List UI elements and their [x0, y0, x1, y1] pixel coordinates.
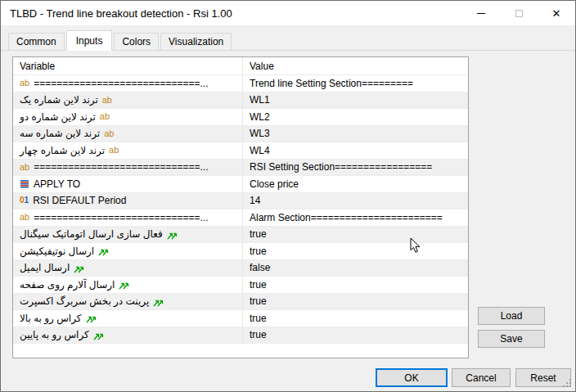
table-row[interactable]: APPLY TOClose price — [13, 176, 468, 193]
bool-arrows-icon — [74, 263, 85, 273]
variable-label: ترند لاین شماره دو — [20, 111, 96, 123]
maximize-button[interactable] — [500, 1, 538, 25]
table-row[interactable]: ترند لاین شماره یکabWL1 — [13, 92, 468, 110]
table-row[interactable]: ارسال نوتیفیکیشنtrue — [13, 243, 468, 260]
load-button[interactable]: Load — [478, 307, 545, 325]
value-cell[interactable]: true — [243, 243, 468, 259]
dialog-window: TLBD - Trend line breakout detection - R… — [0, 0, 576, 392]
ab-string-icon: ab — [100, 112, 110, 121]
save-button[interactable]: Save — [478, 330, 545, 348]
variable-label: فعال سازی ارسال اتوماتیک سیگنال — [20, 228, 163, 240]
minimize-button[interactable] — [462, 1, 500, 25]
variable-label: ترند لاین شماره یک — [20, 94, 98, 106]
value-cell[interactable]: true — [243, 277, 468, 293]
value-cell[interactable]: WL3 — [243, 126, 468, 142]
bool-arrows-icon — [93, 330, 105, 340]
variable-cell: پرینت در بخش سربرگ اکسپرت — [13, 294, 243, 310]
variable-cell: ab=============================... — [13, 75, 243, 92]
variable-cell: ارسال ایمیل — [13, 260, 243, 277]
close-button[interactable]: ✕ — [538, 1, 575, 25]
value-cell[interactable]: WL2 — [243, 109, 468, 125]
table-row[interactable]: ارسال ایمیلfalse — [13, 260, 468, 277]
table-row[interactable]: پرینت در بخش سربرگ اکسپرتtrue — [13, 294, 468, 311]
variable-label: ترند لاین شماره چهار — [20, 145, 105, 156]
variable-cell: ترند لاین شماره سهab — [13, 126, 243, 142]
variable-cell: فعال سازی ارسال اتوماتیک سیگنال — [13, 227, 243, 243]
value-cell[interactable]: true — [243, 294, 468, 310]
value-cell[interactable]: true — [243, 310, 468, 327]
bool-arrows-icon — [86, 313, 97, 323]
value-cell[interactable]: true — [243, 327, 468, 344]
variable-cell: کراس رو به پایین — [13, 327, 243, 344]
table-row[interactable]: ab=============================...Trend … — [13, 75, 468, 92]
variable-label: کراس رو به بالا — [20, 313, 82, 324]
tab-inputs[interactable]: Inputs — [66, 30, 113, 51]
table-row[interactable]: ترند لاین شماره سهabWL3 — [13, 126, 468, 143]
ab-string-icon: ab — [20, 213, 29, 222]
maximize-icon — [515, 10, 523, 17]
window-title: TLBD - Trend line breakout detection - R… — [1, 7, 232, 20]
value-cell[interactable]: Alarm Section======================= — [243, 210, 468, 226]
variable-cell: ab=============================... — [13, 210, 243, 226]
table-row[interactable]: فعال سازی ارسال اتوماتیک سیگنالtrue — [13, 227, 468, 244]
variable-label: =============================... — [34, 212, 208, 223]
minimize-icon — [477, 13, 485, 14]
ok-button[interactable]: OK — [376, 368, 448, 387]
variable-label: پرینت در بخش سربرگ اکسپرت — [20, 295, 149, 307]
variable-cell: ترند لاین شماره دوab — [13, 109, 243, 125]
variable-label: ارسال نوتیفیکیشن — [20, 246, 94, 257]
table-row[interactable]: ab=============================...Alarm … — [13, 210, 468, 227]
variable-label: =============================... — [34, 78, 208, 89]
variable-label: کراس رو به پایین — [20, 329, 89, 340]
integer-01-icon: 01 — [20, 196, 29, 205]
variable-label: ارسال آلارم روی صفحه — [20, 279, 115, 291]
table-row[interactable]: 01RSI DEFAULT Period14 — [13, 193, 468, 210]
table-row[interactable]: کراس رو به بالاtrue — [13, 310, 468, 327]
bool-arrows-icon — [153, 296, 164, 307]
tab-colors[interactable]: Colors — [114, 33, 159, 50]
ab-string-icon: ab — [20, 79, 29, 88]
value-cell[interactable]: WL4 — [243, 142, 468, 159]
table-row[interactable]: ارسال آلارم روی صفحهtrue — [13, 277, 468, 294]
bool-arrows-icon — [119, 279, 130, 290]
bool-arrows-icon — [167, 229, 178, 240]
tab-visualization[interactable]: Visualization — [160, 33, 232, 50]
variable-label: RSI DEFAULT Period — [33, 195, 126, 206]
titlebar: TLBD - Trend line breakout detection - R… — [1, 1, 575, 25]
tab-bar: Common Inputs Colors Visualization — [1, 31, 575, 51]
table-row[interactable]: ترند لاین شماره دوabWL2 — [13, 109, 468, 126]
resize-grip[interactable] — [562, 378, 573, 389]
table-body: ab=============================...Trend … — [13, 75, 468, 344]
value-cell[interactable]: WL1 — [243, 92, 468, 109]
tab-common[interactable]: Common — [8, 33, 65, 50]
variable-cell: ارسال نوتیفیکیشن — [13, 243, 243, 259]
close-icon: ✕ — [552, 8, 561, 19]
ab-string-icon: ab — [20, 163, 29, 172]
inputs-table: Variable Value ab=======================… — [12, 56, 469, 358]
variable-cell: ترند لاین شماره یکab — [13, 92, 243, 109]
ab-string-icon: ab — [102, 96, 112, 105]
cancel-button[interactable]: Cancel — [452, 368, 511, 387]
table-row[interactable]: ترند لاین شماره چهارabWL4 — [13, 142, 468, 160]
value-cell[interactable]: 14 — [243, 193, 468, 210]
variable-cell: ab=============================... — [13, 160, 243, 176]
value-cell[interactable]: RSI Setting Section================= — [243, 160, 468, 176]
value-cell[interactable]: false — [243, 260, 468, 277]
variable-cell: 01RSI DEFAULT Period — [13, 193, 243, 210]
value-cell[interactable]: true — [243, 227, 468, 243]
variable-cell: کراس رو به بالا — [13, 310, 243, 327]
bool-arrows-icon — [98, 246, 110, 256]
variable-label: APPLY TO — [34, 178, 80, 190]
column-header-variable: Variable — [13, 57, 243, 74]
variable-label: ارسال ایمیل — [20, 262, 70, 273]
variable-label: ترند لاین شماره سه — [20, 128, 100, 139]
value-cell[interactable]: Trend line Setting Section========= — [243, 75, 468, 92]
variable-cell: ارسال آلارم روی صفحه — [13, 277, 243, 293]
variable-label: =============================... — [34, 161, 208, 173]
table-header: Variable Value — [13, 57, 468, 75]
table-row[interactable]: ab=============================...RSI Se… — [13, 160, 468, 177]
value-cell[interactable]: Close price — [243, 176, 468, 192]
window-controls: ✕ — [462, 1, 575, 25]
ab-string-icon: ab — [104, 129, 114, 138]
table-row[interactable]: کراس رو به پایینtrue — [13, 327, 468, 345]
